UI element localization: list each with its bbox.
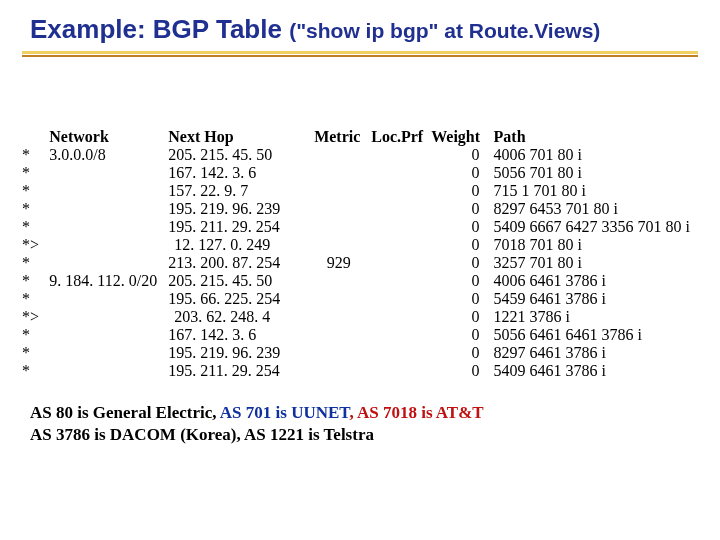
cell-weight: 0	[431, 290, 493, 308]
cell-nexthop: 167. 142. 3. 6	[168, 326, 314, 344]
footer-line-1: AS 80 is General Electric, AS 701 is UUN…	[30, 402, 698, 424]
cell-nexthop: 213. 200. 87. 254	[168, 254, 314, 272]
table-header-row: Network Next Hop Metric Loc.Prf Weight P…	[22, 128, 698, 146]
table-row: *167. 142. 3. 605056 6461 6461 3786 i	[22, 326, 698, 344]
cell-network	[49, 344, 168, 362]
cell-nexthop: 203. 62. 248. 4	[168, 308, 314, 326]
title-underline	[22, 51, 698, 58]
table-row: *213. 200. 87. 25492903257 701 80 i	[22, 254, 698, 272]
cell-network	[49, 218, 168, 236]
table-row: *195. 66. 225. 25405459 6461 3786 i	[22, 290, 698, 308]
cell-metric	[314, 290, 371, 308]
cell-locprf	[371, 146, 431, 164]
cell-metric	[314, 362, 371, 380]
cell-path: 4006 6461 3786 i	[494, 272, 698, 290]
footer-line-2: AS 3786 is DACOM (Korea), AS 1221 is Tel…	[30, 424, 698, 446]
cell-weight: 0	[431, 218, 493, 236]
table-row: *>203. 62. 248. 40 1221 3786 i	[22, 308, 698, 326]
cell-metric	[314, 146, 371, 164]
cell-mark: *	[22, 146, 49, 164]
title-main: Example: BGP Table	[30, 14, 282, 44]
col-weight: Weight	[431, 128, 493, 146]
cell-locprf	[371, 326, 431, 344]
cell-nexthop: 205. 215. 45. 50	[168, 146, 314, 164]
cell-network	[49, 254, 168, 272]
cell-network: 9. 184. 112. 0/20	[49, 272, 168, 290]
cell-network	[49, 200, 168, 218]
cell-locprf	[371, 344, 431, 362]
cell-locprf	[371, 272, 431, 290]
cell-nexthop: 167. 142. 3. 6	[168, 164, 314, 182]
col-path: Path	[494, 128, 698, 146]
cell-network: 3.0.0.0/8	[49, 146, 168, 164]
as7018-note: , AS 7018 is AT&T	[349, 403, 483, 422]
cell-nexthop: 195. 219. 96. 239	[168, 344, 314, 362]
cell-path: 5056 701 80 i	[494, 164, 698, 182]
cell-network	[49, 362, 168, 380]
cell-weight: 0	[431, 344, 493, 362]
cell-network	[49, 326, 168, 344]
col-nexthop: Next Hop	[168, 128, 314, 146]
cell-nexthop: 12. 127. 0. 249	[168, 236, 314, 254]
cell-mark: *	[22, 344, 49, 362]
cell-path: 715 1 701 80 i	[494, 182, 698, 200]
table-row: *>12. 127. 0. 2490 7018 701 80 i	[22, 236, 698, 254]
cell-weight: 0	[431, 254, 493, 272]
cell-locprf	[371, 236, 431, 254]
table-row: *167. 142. 3. 605056 701 80 i	[22, 164, 698, 182]
cell-metric	[314, 200, 371, 218]
cell-nexthop: 195. 211. 29. 254	[168, 218, 314, 236]
cell-mark: *	[22, 218, 49, 236]
cell-locprf	[371, 182, 431, 200]
cell-mark: *	[22, 200, 49, 218]
cell-path: 1221 3786 i	[494, 308, 698, 326]
as80-note: AS 80 is General Electric,	[30, 403, 220, 422]
footer-notes: AS 80 is General Electric, AS 701 is UUN…	[22, 402, 698, 446]
cell-mark: *>	[22, 236, 49, 254]
cell-nexthop: 195. 211. 29. 254	[168, 362, 314, 380]
cell-locprf	[371, 200, 431, 218]
cell-nexthop: 157. 22. 9. 7	[168, 182, 314, 200]
cell-weight: 0	[431, 164, 493, 182]
cell-network	[49, 290, 168, 308]
cell-nexthop: 195. 219. 96. 239	[168, 200, 314, 218]
cell-nexthop: 195. 66. 225. 254	[168, 290, 314, 308]
col-locprf: Loc.Prf	[371, 128, 431, 146]
cell-path: 8297 6461 3786 i	[494, 344, 698, 362]
bgp-table-container: Network Next Hop Metric Loc.Prf Weight P…	[22, 128, 698, 380]
cell-metric	[314, 308, 371, 326]
col-metric: Metric	[314, 128, 371, 146]
cell-metric	[314, 344, 371, 362]
cell-path: 5459 6461 3786 i	[494, 290, 698, 308]
cell-weight: 0	[431, 146, 493, 164]
cell-path: 5056 6461 6461 3786 i	[494, 326, 698, 344]
cell-weight: 0	[431, 362, 493, 380]
cell-metric	[314, 236, 371, 254]
cell-path: 8297 6453 701 80 i	[494, 200, 698, 218]
table-row: *3.0.0.0/8205. 215. 45. 5004006 701 80 i	[22, 146, 698, 164]
cell-locprf	[371, 290, 431, 308]
cell-path: 5409 6667 6427 3356 701 80 i	[494, 218, 698, 236]
title-sub: ("show ip bgp" at Route.Views)	[289, 19, 600, 42]
slide: Example: BGP Table ("show ip bgp" at Rou…	[0, 0, 720, 540]
cell-mark: *>	[22, 308, 49, 326]
as701-note: AS 701 is UUNET	[220, 403, 350, 422]
cell-weight: 0	[431, 272, 493, 290]
cell-network	[49, 308, 168, 326]
cell-metric: 929	[314, 254, 371, 272]
cell-weight: 0	[431, 308, 493, 326]
cell-mark: *	[22, 326, 49, 344]
cell-locprf	[371, 164, 431, 182]
cell-weight: 0	[431, 236, 493, 254]
cell-path: 3257 701 80 i	[494, 254, 698, 272]
cell-network	[49, 236, 168, 254]
col-network: Network	[49, 128, 168, 146]
cell-mark: *	[22, 272, 49, 290]
cell-weight: 0	[431, 200, 493, 218]
cell-locprf	[371, 362, 431, 380]
cell-locprf	[371, 254, 431, 272]
cell-mark: *	[22, 362, 49, 380]
table-row: *9. 184. 112. 0/20205. 215. 45. 5004006 …	[22, 272, 698, 290]
slide-title: Example: BGP Table ("show ip bgp" at Rou…	[22, 10, 698, 47]
bgp-table: Network Next Hop Metric Loc.Prf Weight P…	[22, 128, 698, 380]
